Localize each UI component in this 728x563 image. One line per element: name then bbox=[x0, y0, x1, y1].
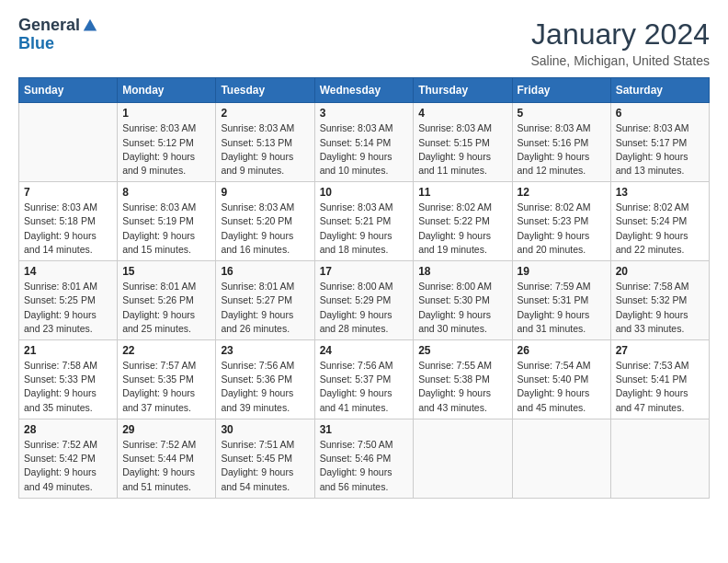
day-info: Sunrise: 8:03 AMSunset: 5:17 PMDaylight:… bbox=[616, 121, 704, 178]
calendar-cell: 17Sunrise: 8:00 AMSunset: 5:29 PMDayligh… bbox=[314, 261, 414, 340]
header-tuesday: Tuesday bbox=[216, 78, 314, 103]
page: General Blue January 2024 Saline, Michig… bbox=[0, 0, 728, 563]
calendar-week-5: 28Sunrise: 7:52 AMSunset: 5:42 PMDayligh… bbox=[19, 419, 710, 498]
header-monday: Monday bbox=[118, 78, 216, 103]
day-number: 21 bbox=[24, 344, 112, 357]
calendar-cell: 18Sunrise: 8:00 AMSunset: 5:30 PMDayligh… bbox=[414, 261, 512, 340]
day-number: 6 bbox=[616, 107, 704, 120]
day-number: 9 bbox=[221, 186, 309, 199]
day-number: 25 bbox=[418, 344, 506, 357]
calendar-cell: 7Sunrise: 8:03 AMSunset: 5:18 PMDaylight… bbox=[19, 182, 118, 261]
header-wednesday: Wednesday bbox=[314, 78, 414, 103]
day-number: 2 bbox=[221, 107, 309, 120]
day-number: 14 bbox=[24, 265, 112, 278]
calendar-cell: 1Sunrise: 8:03 AMSunset: 5:12 PMDaylight… bbox=[118, 103, 216, 182]
calendar-week-3: 14Sunrise: 8:01 AMSunset: 5:25 PMDayligh… bbox=[19, 261, 710, 340]
header-saturday: Saturday bbox=[610, 78, 709, 103]
day-info: Sunrise: 7:53 AMSunset: 5:41 PMDaylight:… bbox=[616, 359, 704, 415]
location-subtitle: Saline, Michigan, United States bbox=[530, 53, 710, 68]
day-info: Sunrise: 8:01 AMSunset: 5:25 PMDaylight:… bbox=[24, 280, 112, 336]
day-info: Sunrise: 7:51 AMSunset: 5:45 PMDaylight:… bbox=[221, 438, 309, 494]
day-info: Sunrise: 7:50 AMSunset: 5:46 PMDaylight:… bbox=[320, 438, 409, 494]
calendar-cell: 11Sunrise: 8:02 AMSunset: 5:22 PMDayligh… bbox=[414, 182, 512, 261]
calendar-cell: 26Sunrise: 7:54 AMSunset: 5:40 PMDayligh… bbox=[512, 340, 610, 419]
calendar-cell: 8Sunrise: 8:03 AMSunset: 5:19 PMDaylight… bbox=[118, 182, 216, 261]
calendar-cell: 16Sunrise: 8:01 AMSunset: 5:27 PMDayligh… bbox=[216, 261, 314, 340]
day-number: 13 bbox=[616, 186, 704, 199]
header: General Blue January 2024 Saline, Michig… bbox=[18, 17, 710, 68]
calendar-cell bbox=[610, 419, 709, 498]
day-number: 15 bbox=[122, 265, 210, 278]
calendar-cell: 24Sunrise: 7:56 AMSunset: 5:37 PMDayligh… bbox=[314, 340, 414, 419]
calendar-cell: 21Sunrise: 7:58 AMSunset: 5:33 PMDayligh… bbox=[19, 340, 118, 419]
day-number: 5 bbox=[518, 107, 606, 120]
calendar-cell: 14Sunrise: 8:01 AMSunset: 5:25 PMDayligh… bbox=[19, 261, 118, 340]
day-number: 4 bbox=[418, 107, 506, 120]
calendar-cell: 25Sunrise: 7:55 AMSunset: 5:38 PMDayligh… bbox=[414, 340, 512, 419]
header-row: Sunday Monday Tuesday Wednesday Thursday… bbox=[19, 78, 710, 103]
calendar-week-1: 1Sunrise: 8:03 AMSunset: 5:12 PMDaylight… bbox=[19, 103, 710, 182]
day-info: Sunrise: 8:02 AMSunset: 5:24 PMDaylight:… bbox=[616, 201, 704, 257]
calendar-cell: 23Sunrise: 7:56 AMSunset: 5:36 PMDayligh… bbox=[216, 340, 314, 419]
logo-icon bbox=[82, 17, 98, 34]
calendar-cell bbox=[512, 419, 610, 498]
day-info: Sunrise: 8:00 AMSunset: 5:29 PMDaylight:… bbox=[320, 280, 409, 336]
calendar-cell: 13Sunrise: 8:02 AMSunset: 5:24 PMDayligh… bbox=[610, 182, 709, 261]
calendar-cell: 31Sunrise: 7:50 AMSunset: 5:46 PMDayligh… bbox=[314, 419, 414, 498]
header-thursday: Thursday bbox=[414, 78, 512, 103]
calendar-body: 1Sunrise: 8:03 AMSunset: 5:12 PMDaylight… bbox=[19, 103, 710, 498]
calendar-cell: 19Sunrise: 7:59 AMSunset: 5:31 PMDayligh… bbox=[512, 261, 610, 340]
day-info: Sunrise: 7:56 AMSunset: 5:36 PMDaylight:… bbox=[221, 359, 309, 415]
day-info: Sunrise: 8:03 AMSunset: 5:12 PMDaylight:… bbox=[122, 121, 210, 178]
day-info: Sunrise: 7:54 AMSunset: 5:40 PMDaylight:… bbox=[518, 359, 606, 415]
day-info: Sunrise: 8:02 AMSunset: 5:23 PMDaylight:… bbox=[518, 201, 606, 257]
logo: General Blue bbox=[18, 17, 98, 53]
calendar-header: Sunday Monday Tuesday Wednesday Thursday… bbox=[19, 78, 710, 103]
day-number: 30 bbox=[221, 423, 309, 436]
calendar-table: Sunday Monday Tuesday Wednesday Thursday… bbox=[18, 77, 710, 498]
day-number: 26 bbox=[518, 344, 606, 357]
logo-general: General bbox=[18, 17, 80, 35]
day-info: Sunrise: 7:52 AMSunset: 5:42 PMDaylight:… bbox=[24, 438, 112, 494]
calendar-cell: 30Sunrise: 7:51 AMSunset: 5:45 PMDayligh… bbox=[216, 419, 314, 498]
calendar-week-2: 7Sunrise: 8:03 AMSunset: 5:18 PMDaylight… bbox=[19, 182, 710, 261]
day-info: Sunrise: 8:03 AMSunset: 5:21 PMDaylight:… bbox=[320, 201, 409, 257]
calendar-cell: 6Sunrise: 8:03 AMSunset: 5:17 PMDaylight… bbox=[610, 103, 709, 182]
calendar-week-4: 21Sunrise: 7:58 AMSunset: 5:33 PMDayligh… bbox=[19, 340, 710, 419]
day-info: Sunrise: 7:58 AMSunset: 5:32 PMDaylight:… bbox=[616, 280, 704, 336]
day-number: 1 bbox=[122, 107, 210, 120]
day-number: 17 bbox=[320, 265, 409, 278]
day-number: 18 bbox=[418, 265, 506, 278]
calendar-cell: 4Sunrise: 8:03 AMSunset: 5:15 PMDaylight… bbox=[414, 103, 512, 182]
day-number: 7 bbox=[24, 186, 112, 199]
calendar-cell: 29Sunrise: 7:52 AMSunset: 5:44 PMDayligh… bbox=[118, 419, 216, 498]
title-block: January 2024 Saline, Michigan, United St… bbox=[530, 17, 710, 68]
svg-marker-0 bbox=[84, 19, 97, 31]
day-info: Sunrise: 7:59 AMSunset: 5:31 PMDaylight:… bbox=[518, 280, 606, 336]
calendar-cell: 2Sunrise: 8:03 AMSunset: 5:13 PMDaylight… bbox=[216, 103, 314, 182]
day-number: 27 bbox=[616, 344, 704, 357]
calendar-cell: 27Sunrise: 7:53 AMSunset: 5:41 PMDayligh… bbox=[610, 340, 709, 419]
day-number: 31 bbox=[320, 423, 409, 436]
day-info: Sunrise: 7:56 AMSunset: 5:37 PMDaylight:… bbox=[320, 359, 409, 415]
day-info: Sunrise: 8:03 AMSunset: 5:16 PMDaylight:… bbox=[518, 121, 606, 178]
day-info: Sunrise: 7:58 AMSunset: 5:33 PMDaylight:… bbox=[24, 359, 112, 415]
day-number: 3 bbox=[320, 107, 409, 120]
day-number: 8 bbox=[122, 186, 210, 199]
calendar-cell: 12Sunrise: 8:02 AMSunset: 5:23 PMDayligh… bbox=[512, 182, 610, 261]
calendar-cell: 5Sunrise: 8:03 AMSunset: 5:16 PMDaylight… bbox=[512, 103, 610, 182]
calendar-cell: 22Sunrise: 7:57 AMSunset: 5:35 PMDayligh… bbox=[118, 340, 216, 419]
day-number: 22 bbox=[122, 344, 210, 357]
day-number: 20 bbox=[616, 265, 704, 278]
header-friday: Friday bbox=[512, 78, 610, 103]
calendar-cell: 3Sunrise: 8:03 AMSunset: 5:14 PMDaylight… bbox=[314, 103, 414, 182]
month-title: January 2024 bbox=[530, 17, 710, 52]
calendar-cell: 10Sunrise: 8:03 AMSunset: 5:21 PMDayligh… bbox=[314, 182, 414, 261]
day-number: 12 bbox=[518, 186, 606, 199]
calendar-cell bbox=[19, 103, 118, 182]
calendar-cell bbox=[414, 419, 512, 498]
day-number: 19 bbox=[518, 265, 606, 278]
day-number: 29 bbox=[122, 423, 210, 436]
day-info: Sunrise: 8:00 AMSunset: 5:30 PMDaylight:… bbox=[418, 280, 506, 336]
header-sunday: Sunday bbox=[19, 78, 118, 103]
